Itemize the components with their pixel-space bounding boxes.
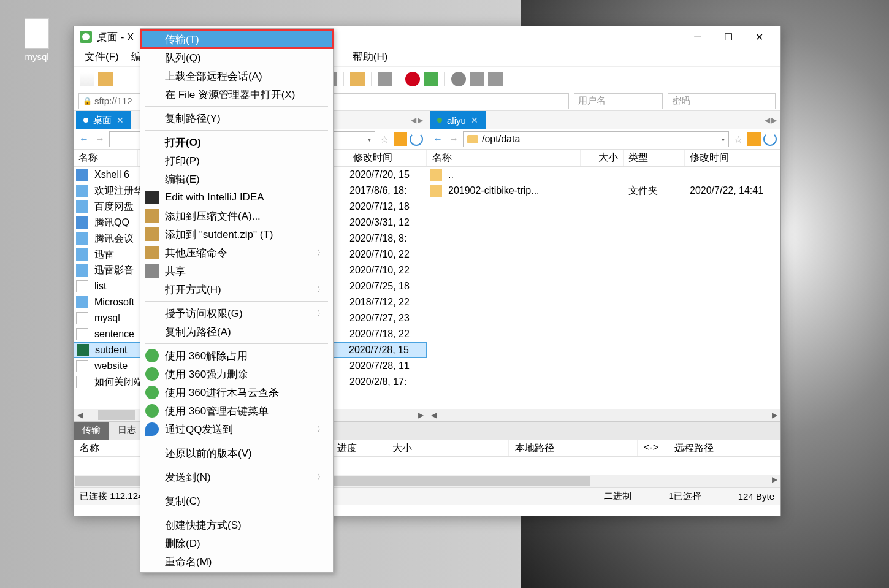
file-icon [77, 344, 89, 356]
tab-next-icon[interactable]: ▶ [418, 116, 423, 124]
close-button[interactable]: ✕ [744, 26, 774, 47]
menu-item[interactable]: 复制为路径(A) [140, 323, 333, 341]
help-icon[interactable] [470, 72, 484, 86]
menu-item[interactable]: 打开(O) [140, 133, 333, 151]
chevron-right-icon: 〉 [317, 424, 324, 435]
menu-item[interactable]: 上载全部远程会话(A) [140, 67, 333, 85]
tab-transfer[interactable]: 传输 [74, 422, 109, 440]
swirl-icon[interactable] [405, 72, 420, 86]
menu-item[interactable]: 发送到(N)〉 [140, 468, 333, 486]
tcol-remote[interactable]: 远程路径 [668, 440, 780, 456]
view-icon[interactable] [378, 72, 392, 86]
col-modified[interactable]: 修改时间 [685, 150, 780, 166]
minimize-button[interactable]: ─ [682, 26, 713, 47]
remote-pane: aliyu✕ ◀▶ ← → /opt/data▾ ☆ 名称 大小 类型 修改时间… [427, 111, 780, 421]
menu-item[interactable]: 使用 360进行木马云查杀 [140, 383, 333, 402]
col-name[interactable]: 名称 [427, 150, 581, 166]
status-selection: 1已选择 [668, 491, 701, 502]
refresh-icon[interactable] [763, 132, 777, 146]
file-modified: 2020/7/27, 23 [346, 313, 424, 324]
file-name: 201902-citibike-trip... [444, 185, 582, 196]
menu-item[interactable]: 使用 360解除占用 [140, 346, 333, 365]
remote-hscroll[interactable]: ◀▶ [427, 409, 780, 421]
menu-item[interactable]: 复制路径(Y) [140, 109, 333, 128]
menu-item[interactable]: 打印(P) [140, 151, 333, 170]
menu-item-label: 还原以前的版本(V) [165, 446, 252, 460]
forward-icon[interactable]: → [93, 132, 107, 146]
tcol-dir[interactable]: <-> [638, 440, 668, 456]
menu-item[interactable]: 复制(C) [140, 492, 333, 510]
menu-item-label: 上载全部远程会话(A) [165, 69, 262, 83]
menu-item[interactable]: Edit with IntelliJ IDEA [140, 188, 333, 207]
menu-item[interactable]: 添加到 "sutdent.zip" (T) [140, 225, 333, 243]
col-size[interactable]: 大小 [581, 150, 624, 166]
menu-item[interactable]: 创建快捷方式(S) [140, 516, 333, 534]
tab-prev-icon[interactable]: ◀ [411, 116, 416, 124]
tab-next-icon[interactable]: ▶ [771, 116, 777, 124]
home-icon[interactable] [747, 132, 761, 146]
tab-close-icon[interactable]: ✕ [116, 115, 124, 125]
open-icon[interactable] [98, 72, 113, 86]
chat-icon[interactable] [488, 72, 503, 86]
back-icon[interactable]: ← [431, 132, 444, 146]
file-row[interactable]: 201902-citibike-trip... 文件夹 2020/7/22, 1… [427, 183, 780, 199]
col-type[interactable]: 类型 [624, 150, 685, 166]
menu-item-icon [145, 404, 159, 418]
menu-item[interactable]: 其他压缩命令〉 [140, 243, 333, 262]
maximize-button[interactable]: ☐ [713, 26, 744, 47]
menu-item[interactable]: 使用 360强力删除 [140, 365, 333, 383]
menu-item[interactable]: 删除(D) [140, 534, 333, 552]
menu-item[interactable]: 重命名(M) [140, 552, 333, 571]
file-modified: 2020/7/22, 14:41 [686, 185, 778, 196]
back-icon[interactable]: ← [77, 132, 91, 146]
menu-item[interactable]: 在 File 资源管理器中打开(X) [140, 85, 333, 104]
menu-item[interactable]: 共享 [140, 262, 333, 280]
menu-file[interactable]: 文件(F) [80, 47, 124, 66]
star-icon[interactable]: ☆ [378, 132, 391, 146]
new-icon[interactable] [80, 72, 94, 86]
file-modified: 2020/7/10, 22 [346, 265, 424, 276]
tcol-progress[interactable]: 进度 [331, 440, 386, 456]
file-row[interactable]: .. [427, 167, 780, 183]
tab-prev-icon[interactable]: ◀ [765, 116, 770, 124]
menu-item[interactable]: 使用 360管理右键菜单 [140, 402, 333, 420]
menu-item[interactable]: 添加到压缩文件(A)... [140, 207, 333, 225]
menu-item-icon [145, 227, 159, 241]
tcol-local[interactable]: 本地路径 [509, 440, 638, 456]
menu-item[interactable]: 编辑(E) [140, 170, 333, 188]
menu-help[interactable]: 帮助(H) [348, 47, 393, 66]
remote-path-input[interactable]: /opt/data▾ [463, 131, 729, 147]
star-icon[interactable]: ☆ [731, 132, 745, 146]
file-icon [76, 360, 88, 372]
refresh-icon[interactable] [410, 132, 423, 146]
tab-aliyu[interactable]: aliyu✕ [430, 111, 486, 129]
username-input[interactable]: 用户名 [574, 93, 663, 109]
menu-item[interactable]: 队列(Q) [140, 48, 333, 67]
menu-item[interactable]: 授予访问权限(G)〉 [140, 304, 333, 323]
home-icon[interactable] [394, 132, 407, 146]
sync-icon[interactable] [424, 72, 438, 86]
file-modified: 2020/7/18, 22 [346, 329, 424, 340]
menu-item-label: Edit with IntelliJ IDEA [165, 191, 264, 204]
chevron-down-icon[interactable]: ▾ [722, 136, 725, 143]
remote-file-list[interactable]: .. 201902-citibike-trip... 文件夹 2020/7/22… [427, 167, 780, 409]
password-input[interactable]: 密码 [668, 93, 776, 109]
forward-icon[interactable]: → [447, 132, 460, 146]
menu-item[interactable]: 还原以前的版本(V) [140, 444, 333, 462]
gear-icon[interactable] [451, 72, 466, 86]
menu-item[interactable]: 传输(T) [140, 30, 333, 48]
tab-desktop[interactable]: 桌面✕ [76, 111, 131, 129]
props-icon[interactable] [350, 72, 365, 86]
col-name[interactable]: 名称 [74, 150, 138, 166]
menu-item-label: 复制路径(Y) [165, 112, 221, 126]
menu-item-label: 添加到压缩文件(A)... [165, 209, 261, 223]
app-icon [80, 31, 92, 43]
desktop-icon-mysql[interactable]: mysql [25, 18, 49, 62]
menu-separator [145, 301, 328, 302]
menu-item[interactable]: 打开方式(H)〉 [140, 280, 333, 299]
chevron-down-icon[interactable]: ▾ [368, 136, 371, 143]
tab-close-icon[interactable]: ✕ [471, 115, 478, 125]
menu-item[interactable]: 通过QQ发送到〉 [140, 420, 333, 438]
tcol-size[interactable]: 大小 [386, 440, 509, 456]
col-modified[interactable]: 修改时间 [348, 150, 427, 166]
